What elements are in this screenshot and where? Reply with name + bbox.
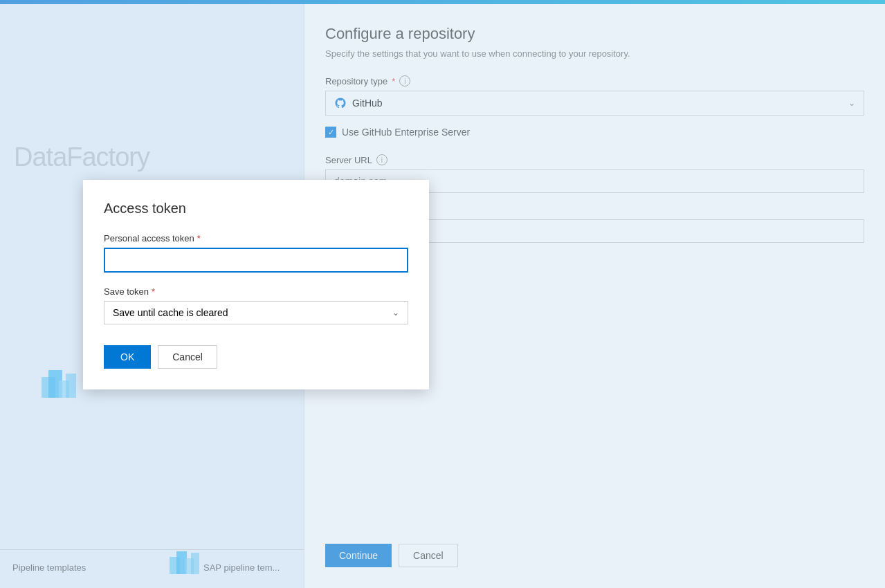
save-token-dropdown[interactable]: Save until cache is cleared ⌄ bbox=[104, 301, 408, 324]
modal-footer: OK Cancel bbox=[104, 345, 408, 369]
save-token-chevron-icon: ⌄ bbox=[392, 308, 399, 318]
ok-button[interactable]: OK bbox=[104, 345, 151, 369]
personal-access-token-input[interactable] bbox=[104, 248, 408, 273]
cancel-modal-button[interactable]: Cancel bbox=[158, 345, 217, 369]
personal-access-token-label: Personal access token bbox=[104, 233, 194, 244]
save-token-required-star: * bbox=[152, 286, 155, 297]
save-token-label-row: Save token * bbox=[104, 286, 408, 297]
personal-access-token-label-row: Personal access token * bbox=[104, 233, 408, 244]
pat-required-star: * bbox=[197, 233, 201, 244]
save-token-value: Save until cache is cleared bbox=[113, 307, 228, 318]
access-token-modal: Access token Personal access token * Sav… bbox=[83, 180, 429, 389]
modal-title: Access token bbox=[104, 201, 408, 217]
save-token-label: Save token bbox=[104, 286, 149, 297]
